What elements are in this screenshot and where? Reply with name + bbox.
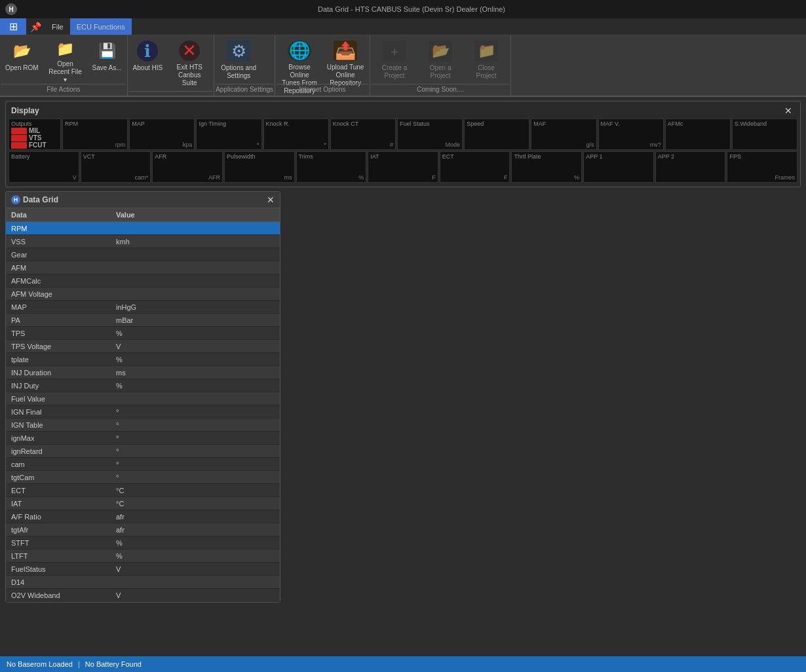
table-cell-data: tgtAfr — [6, 523, 111, 536]
table-row[interactable]: IGN Table° — [6, 419, 280, 432]
table-row[interactable]: LTFT% — [6, 550, 280, 563]
table-row[interactable]: O2V WidebandV — [6, 589, 280, 602]
table-row[interactable]: cam° — [6, 458, 280, 471]
iat-cell: IAT F — [368, 151, 438, 183]
table-cell-value: V — [111, 340, 280, 352]
statusbar: No Baserom Loaded | No Battery Found — [0, 656, 806, 672]
table-cell-value — [111, 222, 280, 234]
table-cell-data: INJ Duration — [6, 366, 111, 379]
open-recent-label: Open Recent File ▾ — [47, 60, 85, 84]
titlebar: H Data Grid - HTS CANBUS Suite (Devin Sr… — [0, 0, 806, 18]
table-row[interactable]: Fuel Value — [6, 392, 280, 405]
table-cell-value: ° — [111, 432, 280, 444]
table-cell-value: V — [111, 589, 280, 601]
afmc-cell: AFMc — [665, 119, 731, 150]
ribbon-group-about: ℹ About HIS ✕ Exit HTS Canbus Suite — [128, 35, 215, 96]
table-row[interactable]: ignMax° — [6, 432, 280, 445]
trims-cell: Trims % — [296, 151, 367, 183]
table-row[interactable]: AFMCalc — [6, 274, 280, 288]
datagrid-table-header: Data Value — [6, 208, 280, 222]
app-title: Data Grid - HTS CANBUS Suite (Devin Sr) … — [318, 5, 505, 13]
table-row[interactable]: Gear — [6, 248, 280, 261]
open-recent-button[interactable]: 📁 Open Recent File ▾ — [43, 38, 88, 83]
open-rom-button[interactable]: 📂 Open ROM — [1, 38, 43, 83]
mil-indicator — [11, 128, 27, 134]
table-row[interactable]: MAPinHgG — [6, 301, 280, 314]
vts-row: VTS — [11, 134, 58, 141]
table-cell-data: LTFT — [6, 550, 111, 562]
table-row[interactable]: STFT% — [6, 536, 280, 550]
table-cell-data: STFT — [6, 536, 111, 549]
display-header: Display ✕ — [9, 104, 797, 119]
upload-tune-button[interactable]: 📤 Upload Tune Online Repository — [322, 38, 368, 83]
table-row[interactable]: tgtCam° — [6, 471, 280, 484]
table-cell-data: AFM — [6, 261, 111, 274]
table-row[interactable]: AFM — [6, 261, 280, 274]
menu-file[interactable]: File — [45, 18, 70, 35]
table-cell-value: ms — [111, 366, 280, 379]
vts-indicator — [11, 135, 27, 141]
about-icon: ℹ — [137, 41, 158, 62]
datagrid-close-button[interactable]: ✕ — [267, 195, 275, 205]
browse-tunes-button[interactable]: 🌐 Browse Online Tunes From Repository — [277, 38, 322, 83]
fuel-status-cell: Fuel Status Mode — [397, 119, 463, 150]
fps-label: FPS — [729, 153, 795, 160]
afr-label: AFR — [155, 153, 220, 160]
afmc-label: AFMc — [668, 121, 728, 127]
table-row[interactable]: PAmBar — [6, 314, 280, 327]
table-row[interactable]: TPS VoltageV — [6, 340, 280, 353]
table-row[interactable]: INJ Duty% — [6, 379, 280, 392]
trims-label: Trims — [299, 153, 364, 160]
options-settings-button[interactable]: ⚙ Options and Settings — [216, 38, 261, 83]
table-cell-value — [111, 576, 280, 588]
knock-r-unit: * — [266, 141, 326, 148]
table-row[interactable]: TPS% — [6, 327, 280, 340]
table-row[interactable]: D14 — [6, 576, 280, 589]
display-close-button[interactable]: ✕ — [782, 105, 795, 116]
table-row[interactable]: IAT°C — [6, 497, 280, 510]
knock-r-label: Knock R. — [266, 121, 326, 127]
datagrid-body[interactable]: RPMVSSkmhGearAFMAFMCalcAFM VoltageMAPinH… — [6, 222, 280, 602]
table-row[interactable]: tplate% — [6, 353, 280, 366]
table-row[interactable]: A/F Ratioafr — [6, 510, 280, 523]
mil-label: MIL — [29, 127, 40, 134]
table-cell-value: V — [111, 563, 280, 575]
home-button[interactable]: ⊞ — [0, 18, 26, 35]
table-cell-data: IAT — [6, 497, 111, 510]
table-cell-value: % — [111, 353, 280, 365]
ribbon-group-internet: 🌐 Browse Online Tunes From Repository 📤 … — [275, 35, 370, 96]
battery-label: Battery — [11, 153, 77, 160]
table-row[interactable]: INJ Durationms — [6, 366, 280, 379]
exit-hts-button[interactable]: ✕ Exit HTS Canbus Suite — [166, 38, 212, 83]
save-as-icon: 💾 — [96, 41, 117, 62]
table-cell-data: MAP — [6, 301, 111, 313]
table-cell-data: TPS Voltage — [6, 340, 111, 352]
table-row[interactable]: VSSkmh — [6, 235, 280, 248]
table-row[interactable]: ECT°C — [6, 484, 280, 497]
table-row[interactable]: tgtAfrafr — [6, 523, 280, 536]
datagrid-icon: H — [11, 195, 20, 204]
open-project-button: 📂 Open a Project — [417, 38, 463, 83]
ect-cell: ECT F — [440, 151, 510, 183]
vct-cell: VCT cam* — [81, 151, 151, 183]
pulsewidth-unit: ms — [227, 174, 292, 181]
app-settings-label: Application Settings — [216, 84, 273, 96]
table-cell-data: RPM — [6, 222, 111, 234]
table-row[interactable]: FuelStatusV — [6, 563, 280, 576]
open-recent-icon: 📁 — [55, 41, 76, 58]
table-row[interactable]: AFM Voltage — [6, 288, 280, 301]
about-his-button[interactable]: ℹ About HIS — [129, 38, 167, 83]
table-row[interactable]: IGN Final° — [6, 405, 280, 419]
status-no-battery: No Battery Found — [85, 660, 142, 668]
table-row[interactable]: RPM — [6, 222, 280, 235]
maf-v-label: MAF V. — [601, 121, 661, 127]
menu-ecu[interactable]: ECU Functions — [70, 18, 132, 35]
table-cell-data: tplate — [6, 353, 111, 365]
table-row[interactable]: ignRetard° — [6, 445, 280, 458]
afr-cell: AFR AFR — [152, 151, 223, 183]
app1-cell: APP 1 — [583, 151, 654, 183]
save-as-button[interactable]: 💾 Save As... — [88, 38, 126, 83]
map-label: MAP — [132, 121, 192, 127]
fcut-indicator — [11, 142, 27, 149]
iat-unit: F — [370, 174, 436, 181]
